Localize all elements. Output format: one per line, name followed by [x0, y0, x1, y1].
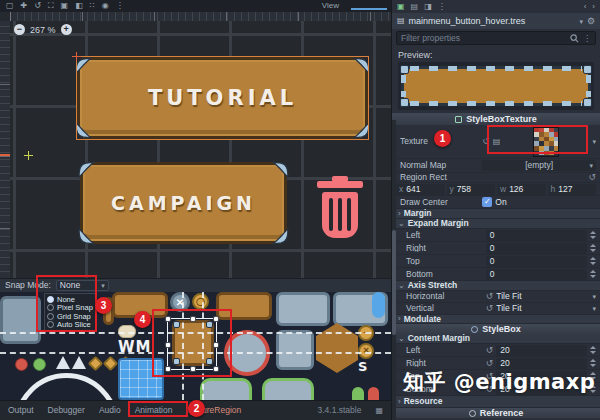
ornament-corner-icon	[272, 160, 289, 177]
pan-tool-icon[interactable]: ◧	[75, 2, 83, 10]
chevron-down-icon[interactable]: ▾	[592, 138, 596, 145]
select-tool-icon[interactable]: ▢	[6, 2, 14, 10]
load-resource-icon[interactable]: ▤	[411, 3, 419, 11]
history-forward-icon[interactable]: ›	[592, 3, 595, 11]
expand-margin-top: Top 0	[392, 255, 600, 268]
ruler-corner	[0, 12, 10, 21]
draw-center-checkbox[interactable]: ✓	[482, 197, 492, 207]
move-tool-icon[interactable]: ✚	[21, 2, 28, 10]
tools-icon[interactable]: ⚙	[587, 17, 595, 26]
save-resource-icon[interactable]: ◨	[424, 3, 432, 11]
tab-audio[interactable]: Audio	[99, 406, 121, 415]
region-handle[interactable]	[166, 367, 170, 371]
chevron-right-icon: ›	[398, 315, 401, 323]
category-styleboxtexture[interactable]: StyleBoxTexture	[392, 113, 600, 125]
region-y-field[interactable]: y758	[447, 184, 496, 195]
snap-option-grid[interactable]: Grid Snap	[47, 313, 94, 321]
tutorial-button[interactable]: TUTORIAL	[77, 57, 368, 139]
spinner-icon[interactable]	[590, 270, 596, 278]
file-icon[interactable]: ▤	[493, 138, 501, 146]
resource-header[interactable]: ▤ mainmenu_button_hover.tres ▾ ⚙	[392, 13, 600, 29]
filter-input[interactable]	[401, 33, 566, 43]
region-handle[interactable]	[214, 367, 218, 371]
number-field[interactable]: 20	[496, 358, 587, 369]
zoom-in-button[interactable]: +	[61, 24, 72, 35]
filter-menu-icon[interactable]: ⋮	[583, 34, 591, 43]
region-handle[interactable]	[214, 317, 218, 321]
chevron-down-icon[interactable]: ▾	[592, 293, 596, 300]
revert-icon[interactable]: ↺	[486, 346, 494, 355]
section-resource[interactable]: › Resource	[392, 396, 600, 408]
revert-icon[interactable]: ↺	[486, 292, 494, 301]
ruler-tool-icon[interactable]: ∷	[90, 2, 95, 10]
region-x-field[interactable]: x641	[396, 184, 445, 195]
spinner-icon[interactable]	[590, 346, 596, 354]
scale-tool-icon[interactable]: ⛶	[48, 2, 54, 10]
number-field[interactable]: 0	[486, 230, 587, 241]
ornament-corner-icon	[75, 55, 92, 72]
region-select-rect[interactable]	[167, 318, 217, 370]
revert-icon[interactable]: ↺	[486, 304, 494, 313]
revert-icon[interactable]: ↺	[588, 173, 596, 182]
spinner-icon[interactable]	[590, 257, 596, 265]
normal-map-value[interactable]: [empty] ▾	[482, 160, 596, 171]
section-expand-margin[interactable]: ⌄ Expand Margin	[392, 219, 600, 229]
chevron-down-icon: ⌄	[398, 220, 405, 228]
group-icon[interactable]: ⋮	[116, 2, 124, 10]
resource-menu-icon[interactable]: ⋮	[438, 3, 446, 11]
lock-icon[interactable]: ◉	[102, 2, 109, 10]
chevron-down-icon[interactable]: ▾	[592, 305, 596, 312]
ornament-corner-icon	[353, 55, 370, 72]
2d-viewport[interactable]: − 267 % + TUTORIAL CAMPAIGN	[10, 21, 391, 278]
number-field[interactable]: 20	[496, 345, 587, 356]
region-w-field[interactable]: w126	[497, 184, 546, 195]
atlas-hexagon-sprite	[316, 323, 358, 373]
snap-mode-dropdown[interactable]: None ▾	[56, 280, 109, 291]
expand-margin-left: Left 0	[392, 229, 600, 242]
toolbar-highlight	[351, 8, 387, 10]
zoom-out-button[interactable]: −	[14, 24, 25, 35]
region-handle[interactable]	[191, 317, 195, 321]
section-axis-stretch[interactable]: ⌄ Axis Stretch	[392, 281, 600, 291]
snap-option-none[interactable]: None	[47, 296, 94, 304]
region-handle[interactable]	[214, 343, 218, 347]
preview-label: Preview:	[392, 47, 600, 61]
ornament-corner-icon	[272, 229, 289, 246]
section-modulate[interactable]: › Modulate	[392, 315, 600, 324]
tab-debugger[interactable]: Debugger	[48, 406, 85, 415]
number-field[interactable]: 0	[486, 243, 587, 254]
new-resource-icon[interactable]: ▣	[397, 3, 405, 11]
resource-icon: ▤	[397, 17, 405, 25]
revert-icon[interactable]: ↺	[482, 137, 490, 146]
spinner-icon[interactable]	[590, 359, 596, 367]
region-handle[interactable]	[166, 317, 170, 321]
number-field[interactable]: 0	[486, 269, 587, 280]
history-back-icon[interactable]: ‹	[584, 3, 587, 11]
campaign-button[interactable]: CAMPAIGN	[80, 162, 287, 244]
region-handle[interactable]	[191, 367, 195, 371]
property-texture: Texture ↺ ▤ ▾	[392, 125, 600, 159]
tab-output[interactable]: Output	[8, 406, 34, 415]
category-reference[interactable]: Reference	[392, 408, 600, 418]
view-menu[interactable]: View	[322, 2, 339, 10]
snap-option-pixel[interactable]: Pixel Snap	[47, 304, 94, 312]
stylebox-preview-texture	[401, 66, 591, 106]
tab-animation[interactable]: Animation	[135, 406, 173, 415]
rotate-tool-icon[interactable]: ↺	[34, 2, 41, 10]
section-content-margin[interactable]: ⌄ Content Margin	[392, 334, 600, 344]
revert-icon[interactable]: ↺	[486, 359, 494, 368]
snap-option-autoslice[interactable]: Auto Slice	[47, 321, 94, 329]
spinner-icon[interactable]	[590, 244, 596, 252]
list-select-icon[interactable]: ▣	[61, 2, 69, 10]
spinner-icon[interactable]	[590, 231, 596, 239]
draw-center-value: On	[495, 198, 506, 207]
chevron-down-icon[interactable]: ▾	[579, 18, 583, 25]
number-field[interactable]: 0	[486, 256, 587, 267]
resource-name: mainmenu_button_hover.tres	[409, 17, 526, 26]
inspector-scrollbar[interactable]	[392, 120, 396, 420]
draw-center-label: Draw Center	[400, 198, 482, 207]
zoom-level[interactable]: 267 %	[30, 25, 56, 35]
texture-thumbnail[interactable]	[533, 127, 559, 157]
region-handle[interactable]	[166, 343, 170, 347]
region-h-field[interactable]: h127	[548, 184, 597, 195]
